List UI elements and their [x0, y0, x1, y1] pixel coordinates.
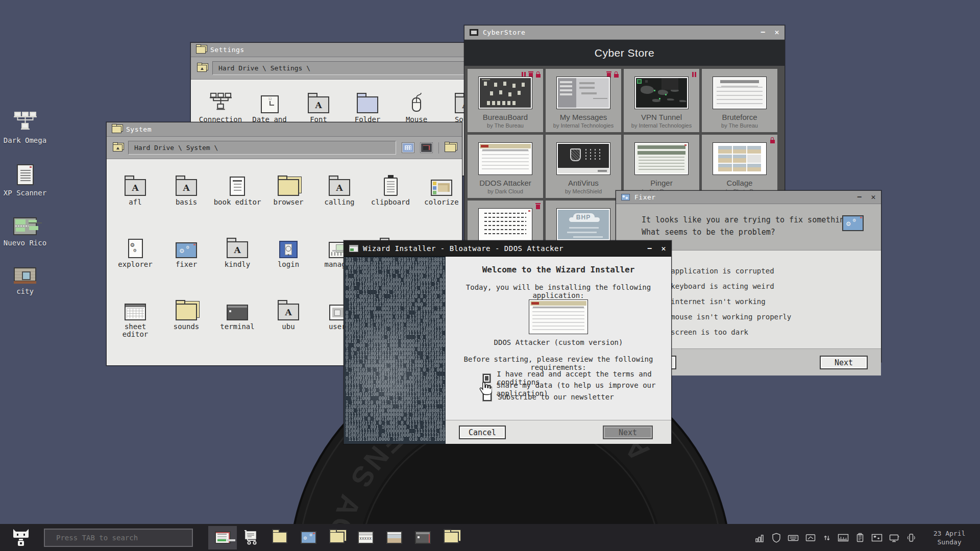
folder-yellow-stack-icon: [278, 179, 299, 196]
store-tile-collage[interactable]: Collage by Photo P: [702, 135, 777, 198]
desktop-icon-dark-omega[interactable]: Dark Omega: [0, 111, 53, 144]
updown-arrows-icon[interactable]: [822, 532, 832, 543]
store-tile-bruteforce[interactable]: Bruteforce by The Bureau: [702, 69, 777, 132]
taskbar-app-installer[interactable]: [208, 526, 237, 549]
folder-up-icon[interactable]: [197, 65, 207, 72]
desktop-icon-xp-scanner[interactable]: XP Scanner: [0, 164, 53, 197]
file-item-basis[interactable]: Abasis: [161, 171, 212, 234]
store-tile-bureauboard[interactable]: BureauBoard by The Bureau: [468, 69, 543, 132]
clipboard-icon[interactable]: [854, 532, 866, 543]
settings-address-text: Hard Drive \ Settings \: [218, 64, 310, 72]
taskbar-date[interactable]: 23 April Sunday: [924, 529, 980, 546]
icon-view-button[interactable]: [402, 142, 414, 153]
wizard-heading: Welcome to the Wizard Installer: [446, 265, 671, 274]
file-item-explorer[interactable]: ⚙⚙explorer: [110, 234, 161, 296]
minimize-button[interactable]: −: [647, 245, 652, 253]
folder-up-icon[interactable]: [113, 144, 122, 152]
file-item-clipboard[interactable]: clipboard: [365, 171, 416, 234]
pause-badge-icon: [692, 71, 697, 78]
taskbar-app-folder-stack[interactable]: [323, 526, 351, 549]
taskbar: ⚙⚙ xxxxx 23 April Sunday: [0, 524, 980, 551]
desktop-icon-nuevo-rico[interactable]: Nuevo Rico: [0, 217, 53, 247]
close-button[interactable]: ✕: [661, 245, 666, 253]
taskbar-app-folder-stack-2[interactable]: [437, 526, 465, 549]
file-item-login[interactable]: login: [263, 234, 314, 296]
taskbar-app-terminal[interactable]: [408, 526, 437, 549]
taskbar-app-password[interactable]: xxxxx: [351, 526, 380, 549]
store-tile-ddos-attacker[interactable]: DDOS Attacker by Dark Cloud: [468, 135, 543, 198]
detail-view-button[interactable]: [420, 142, 433, 153]
computer-icon[interactable]: [888, 532, 900, 543]
app-name: VPN Tunnel: [624, 113, 699, 121]
wizard-app-caption: DDOS Attacker (custom version): [446, 338, 671, 346]
taskbar-app-cyberstore[interactable]: [237, 526, 265, 549]
folder-options-icon[interactable]: [445, 144, 456, 152]
folder-a-icon: A: [125, 179, 146, 196]
file-item-fixer[interactable]: ⚙⚙fixer: [161, 234, 212, 296]
store-tile-my-messages[interactable]: My Messages by Internal Technologies: [546, 69, 621, 132]
minimize-button[interactable]: −: [857, 193, 862, 201]
taskbar-app-folder[interactable]: [265, 526, 294, 549]
fixer-titlebar[interactable]: Fixer − ✕: [616, 191, 881, 204]
taskbar-app-image-viewer[interactable]: [380, 526, 408, 549]
file-item-colorize[interactable]: colorize: [416, 171, 462, 234]
notebook-icon: [230, 177, 245, 196]
cat-logo-icon[interactable]: [11, 529, 31, 547]
file-item-terminal[interactable]: terminal: [212, 296, 263, 358]
file-item-browser[interactable]: browser: [263, 171, 314, 234]
close-button[interactable]: ✕: [871, 193, 876, 201]
fixer-prompt-line2: What seems to be the problem?: [642, 228, 775, 237]
clipboard-icon: [384, 178, 398, 196]
cyberstore-titlebar[interactable]: CyberStore − ✕: [464, 26, 785, 40]
scanner-document-icon: [17, 164, 34, 185]
histogram-window-icon[interactable]: [837, 532, 849, 543]
file-item-sounds[interactable]: sounds: [161, 296, 212, 358]
wizard-content: Welcome to the Wizard Installer Today, y…: [446, 257, 671, 444]
date-weekday: Sunday: [924, 538, 975, 546]
system-address-field[interactable]: Hard Drive \ System \: [128, 141, 396, 155]
signal-bars-icon[interactable]: [754, 532, 766, 543]
desktop-icon-label: city: [16, 287, 34, 295]
wizard-ascii-panel: 101 118 0 00 00001 810110 0800118881 000…: [344, 257, 446, 444]
file-item-book-editor[interactable]: book editor: [212, 171, 263, 234]
system-address-text: Hard Drive \ System \: [134, 144, 218, 152]
file-item-afl[interactable]: Aafl: [110, 171, 161, 234]
keyboard-icon[interactable]: [787, 532, 799, 543]
file-item-sheet-editor[interactable]: sheet editor: [110, 296, 161, 358]
folder-stack-icon: [444, 532, 459, 543]
app-author: by Internal Technologies: [546, 122, 621, 129]
login-card-icon: [279, 241, 298, 258]
close-button[interactable]: ✕: [774, 29, 779, 36]
fixer-next-button[interactable]: Next: [820, 356, 868, 369]
cancel-button[interactable]: Cancel: [459, 425, 506, 439]
store-tile-vpn-tunnel[interactable]: VPN Tunnel by Internal Technologies: [624, 69, 699, 132]
taskbar-search[interactable]: [44, 529, 193, 547]
world-map-icon[interactable]: [871, 532, 883, 543]
store-tile-pinger[interactable]: Pinger by Net Runners: [624, 135, 699, 198]
folder-stack-icon: [196, 46, 206, 54]
hand-cursor: [479, 381, 492, 395]
file-item-calling[interactable]: Acalling: [314, 171, 365, 234]
checkbox-newsletter[interactable]: Subscribe to our newsletter: [483, 392, 614, 401]
minimize-button[interactable]: −: [761, 29, 766, 36]
app-author: by Internal Technologies: [624, 122, 699, 129]
file-item-kindly[interactable]: Akindly: [212, 234, 263, 296]
file-item-ubu[interactable]: Aubu: [263, 296, 314, 358]
search-input[interactable]: [45, 534, 192, 542]
mouse-icon: [409, 92, 424, 113]
shield-icon[interactable]: [771, 532, 782, 543]
desktop-icon-city[interactable]: city: [0, 267, 53, 295]
installer-app-icon: [349, 245, 358, 252]
desktop-icon-label: XP Scanner: [4, 189, 46, 197]
wizard-titlebar[interactable]: Wizard Installer - Bloatware - DDOS Atta…: [344, 241, 671, 257]
phone-icon[interactable]: [905, 532, 917, 543]
desktop: { "desktop": { "icons": [ { "label": "Da…: [0, 0, 980, 551]
desktop-icon-label: Dark Omega: [4, 136, 46, 144]
folder-icon: [272, 532, 287, 543]
system-titlebar[interactable]: System: [107, 122, 462, 137]
monitor-icon[interactable]: [804, 532, 817, 543]
store-tile-antivirus[interactable]: AntiVirus by MechShield: [546, 135, 621, 198]
next-button[interactable]: Next: [603, 425, 653, 439]
taskbar-app-fixer[interactable]: ⚙⚙: [294, 526, 323, 549]
date-day: 23 April: [924, 529, 975, 538]
